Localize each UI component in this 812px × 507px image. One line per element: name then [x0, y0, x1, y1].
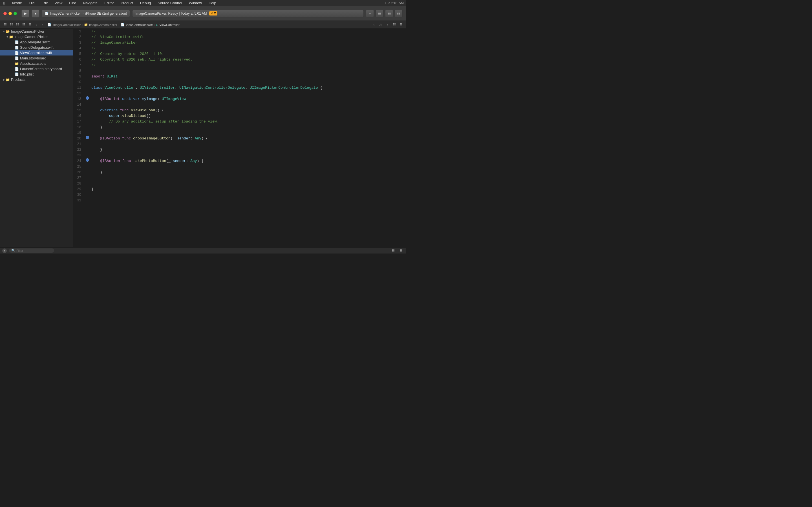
menu-editor[interactable]: Editor	[103, 1, 115, 5]
code-line-21: 21	[73, 142, 406, 147]
menu-source-control[interactable]: Source Control	[156, 1, 183, 5]
forward-nav[interactable]: ›	[385, 22, 390, 27]
nav-icon-5[interactable]: ☷	[27, 22, 33, 27]
related-items[interactable]: ‹	[371, 22, 377, 27]
split-icon[interactable]: ☷	[398, 22, 404, 27]
sidebar: ▼ 📂 ImageCameraPicker ▼ 📁 ImageCameraPic…	[0, 29, 73, 247]
traffic-lights	[3, 12, 17, 15]
sidebar-item-assets[interactable]: ▶ 📁 Assets.xcassets	[0, 61, 73, 66]
sidebar-item-products[interactable]: ▶ 📁 Products	[0, 77, 73, 82]
scheme-selector[interactable]: 📄 ImageCameraPicker › iPhone SE (2nd gen…	[42, 10, 130, 17]
menu-window[interactable]: Window	[188, 1, 203, 5]
code-line-9: 9 import UIKit	[73, 74, 406, 79]
code-line-13: 13 @IBOutlet weak var myImage: UIImageVi…	[73, 96, 406, 102]
menu-navigate[interactable]: Navigate	[82, 1, 99, 5]
warning-badge[interactable]: ⚠ 2	[209, 11, 217, 15]
code-line-30: 30	[73, 192, 406, 198]
sidebar-item-project[interactable]: ▼ 📂 ImageCameraPicker	[0, 29, 73, 34]
code-line-24: 24 @IBAction func takePhotoButton(_ send…	[73, 158, 406, 164]
nav-forward[interactable]: ›	[40, 22, 45, 27]
menu-debug[interactable]: Debug	[139, 1, 152, 5]
close-button[interactable]	[3, 12, 7, 15]
sidebar-item-viewcontroller[interactable]: ▶ 📄 ViewController.swift	[0, 50, 73, 55]
menu-xcode[interactable]: Xcode	[10, 1, 23, 5]
filter-icon: 🔍	[11, 249, 15, 252]
expand-arrow: ▼	[2, 30, 6, 33]
code-line-20: 20 @IBAction func chooseImageButton(_ se…	[73, 136, 406, 142]
nav-back[interactable]: ‹	[33, 22, 39, 27]
products-folder-icon: 📁	[6, 78, 10, 82]
breadcrumb-group[interactable]: ImageCameraPicker	[89, 23, 117, 26]
code-line-18: 18 }	[73, 124, 406, 130]
filter-input[interactable]	[16, 249, 39, 252]
warning-icon[interactable]: ☷	[390, 248, 396, 253]
apple-menu[interactable]: 	[2, 1, 6, 5]
swift-file-icon: 📄	[15, 40, 19, 44]
run-button[interactable]: ▶	[21, 10, 29, 17]
swift-file-icon-2: 📄	[15, 46, 19, 50]
status-text: ImageCameraPicker: Ready | Today at 5:01…	[135, 11, 207, 15]
stop-button[interactable]: ■	[32, 10, 40, 17]
sidebar-item-appdelegate[interactable]: ▶ 📄 AppDelegate.swift	[0, 40, 73, 45]
system-time: Tue 5:01 AM	[385, 1, 404, 5]
swift-file-icon-3: 📄	[15, 51, 19, 55]
folder-icon: 📁	[9, 35, 13, 39]
bottombar: + 🔍 ☷ ☷	[0, 247, 406, 253]
breadcrumb-project[interactable]: ImageCameraPicker	[52, 23, 81, 26]
status-bar: ImageCameraPicker: Ready | Today at 5:01…	[132, 10, 364, 17]
add-button[interactable]: +	[366, 10, 374, 17]
menubar:  Xcode File Edit View Find Navigate Edi…	[0, 0, 406, 6]
sidebar-launchscreen-label: LaunchScreen.storyboard	[20, 67, 62, 71]
warning-nav[interactable]: ⚠	[378, 22, 384, 27]
code-line-2: 2 // ViewController.swift	[73, 34, 406, 40]
code-line-28: 28	[73, 181, 406, 186]
storyboard-icon-2: 📄	[15, 67, 19, 71]
grid-icon[interactable]: ☷	[391, 22, 397, 27]
nav-icon-2[interactable]: ☷	[8, 22, 14, 27]
sidebar-mainstoryboard-label: Main.storyboard	[20, 56, 46, 60]
menu-file[interactable]: File	[28, 1, 36, 5]
menu-product[interactable]: Product	[119, 1, 135, 5]
code-line-7: 7 //	[73, 62, 406, 68]
sidebar-item-launchscreen[interactable]: ▶ 📄 LaunchScreen.storyboard	[0, 66, 73, 71]
sidebar-products-label: Products	[11, 77, 26, 82]
menu-edit[interactable]: Edit	[40, 1, 49, 5]
git-icon[interactable]: ☷	[398, 248, 404, 253]
add-file-button[interactable]: +	[2, 248, 7, 253]
nav-icon-3[interactable]: ☷	[15, 22, 20, 27]
nav-icon-1[interactable]: ☷	[2, 22, 8, 27]
code-line-25: 25	[73, 164, 406, 170]
code-line-3: 3 // ImageCameraPicker	[73, 40, 406, 46]
sidebar-item-mainstoryboard[interactable]: ▶ 📄 Main.storyboard	[0, 55, 73, 61]
maximize-button[interactable]	[13, 12, 17, 15]
navigator-toggle[interactable]: ☰	[375, 10, 384, 17]
inspector-toggle[interactable]: ☷	[385, 10, 393, 17]
ibaction-indicator-2[interactable]	[86, 158, 89, 162]
code-line-6: 6 // Copyright © 2020 seb. All rights re…	[73, 57, 406, 62]
layout-toggle[interactable]: ☷	[395, 10, 403, 17]
code-line-29: 29 }	[73, 186, 406, 192]
navbar-right: ‹ ⚠ › ☷ ☷	[371, 22, 404, 27]
editor[interactable]: 1 // 2 // ViewController.swift 3 // Imag…	[73, 29, 406, 247]
main-layout: ▼ 📂 ImageCameraPicker ▼ 📁 ImageCameraPic…	[0, 29, 406, 247]
breadcrumb-file[interactable]: ViewController.swift	[126, 23, 153, 26]
breadcrumb-class[interactable]: ViewController	[159, 23, 179, 26]
iboutlet-indicator[interactable]	[86, 96, 89, 100]
code-line-15: 15 override func viewDidLoad() {	[73, 108, 406, 113]
ibaction-indicator-1[interactable]	[86, 136, 89, 139]
sidebar-item-scenedelegate[interactable]: ▶ 📄 SceneDelegate.swift	[0, 45, 73, 50]
sidebar-infoplist-label: Info.plist	[20, 72, 34, 76]
filter-box[interactable]: 🔍	[9, 248, 54, 252]
menu-find[interactable]: Find	[68, 1, 77, 5]
code-line-26: 26 }	[73, 170, 406, 175]
nav-icon-4[interactable]: ☷	[21, 22, 27, 27]
code-line-4: 4 //	[73, 46, 406, 51]
menu-view[interactable]: View	[53, 1, 63, 5]
navbar: ☷ ☷ ☷ ☷ ☷ ‹ › 📄 ImageCameraPicker › 📁 Im…	[0, 21, 406, 29]
minimize-button[interactable]	[8, 12, 12, 15]
sidebar-assets-label: Assets.xcassets	[20, 61, 46, 66]
menu-help[interactable]: Help	[207, 1, 217, 5]
sidebar-item-group[interactable]: ▼ 📁 ImageCameraPicker	[0, 34, 73, 40]
code-line-23: 23	[73, 153, 406, 158]
sidebar-item-infoplist[interactable]: ▶ 📄 Info.plist	[0, 71, 73, 77]
